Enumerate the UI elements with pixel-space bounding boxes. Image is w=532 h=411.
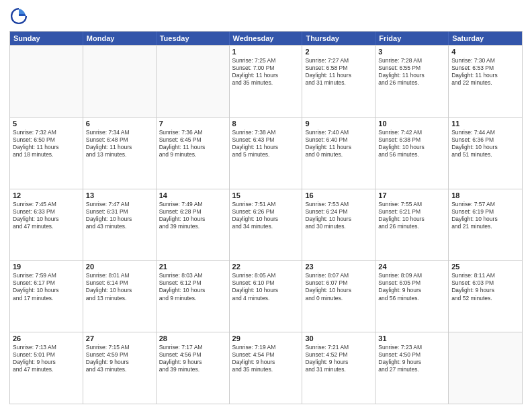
cell-info-line: and 4 minutes. <box>232 295 300 302</box>
cell-info-line: Daylight: 11 hours <box>305 72 372 79</box>
cell-info-line: and 51 minutes. <box>451 151 519 158</box>
day-number: 2 <box>305 48 372 56</box>
calendar-cell: 23Sunrise: 8:07 AMSunset: 6:07 PMDayligh… <box>302 261 375 332</box>
cell-info-line: Sunrise: 7:38 AM <box>232 129 300 136</box>
calendar-cell: 26Sunrise: 7:13 AMSunset: 5:01 PMDayligh… <box>10 332 83 404</box>
cell-info-line: Sunrise: 7:34 AM <box>86 129 153 136</box>
cell-info-line: Sunrise: 7:49 AM <box>159 201 226 208</box>
cell-info-line: Sunrise: 7:57 AM <box>451 201 519 208</box>
calendar-cell <box>83 46 157 117</box>
calendar-cell <box>157 46 230 117</box>
cell-info-line: and 39 minutes. <box>159 366 226 373</box>
calendar-cell: 22Sunrise: 8:05 AMSunset: 6:10 PMDayligh… <box>230 261 303 332</box>
cell-info-line: and 47 minutes. <box>13 366 80 373</box>
cell-info-line: and 9 minutes. <box>159 295 226 302</box>
day-number: 7 <box>159 120 226 128</box>
day-number: 30 <box>305 334 372 342</box>
cell-info-line: and 31 minutes. <box>305 79 372 87</box>
day-number: 25 <box>451 263 519 271</box>
cell-info-line: Daylight: 9 hours <box>13 359 80 366</box>
day-number: 24 <box>378 263 445 271</box>
cell-info-line: Sunset: 4:59 PM <box>86 351 153 359</box>
cell-info-line: Daylight: 10 hours <box>86 287 153 294</box>
calendar-row-4: 19Sunrise: 7:59 AMSunset: 6:17 PMDayligh… <box>10 260 522 332</box>
calendar-cell: 31Sunrise: 7:23 AMSunset: 4:50 PMDayligh… <box>375 332 449 404</box>
calendar-cell: 29Sunrise: 7:19 AMSunset: 4:54 PMDayligh… <box>230 332 303 404</box>
cell-info-line: Daylight: 9 hours <box>86 359 153 366</box>
day-number: 18 <box>451 191 519 199</box>
cell-info-line: Daylight: 10 hours <box>451 216 519 223</box>
cell-info-line: Daylight: 9 hours <box>232 359 300 366</box>
day-header-tuesday: Tuesday <box>157 32 230 45</box>
cell-info-line: and 56 minutes. <box>378 295 445 302</box>
page: SundayMondayTuesdayWednesdayThursdayFrid… <box>0 0 532 411</box>
cell-info-line: Sunrise: 8:03 AM <box>159 272 226 279</box>
day-header-thursday: Thursday <box>302 32 375 45</box>
cell-info-line: and 56 minutes. <box>378 151 445 158</box>
day-number: 31 <box>378 334 445 342</box>
cell-info-line: Daylight: 10 hours <box>13 216 80 223</box>
cell-info-line: and 5 minutes. <box>232 151 300 158</box>
calendar-cell: 21Sunrise: 8:03 AMSunset: 6:12 PMDayligh… <box>157 261 230 332</box>
day-header-saturday: Saturday <box>449 32 522 45</box>
day-number: 19 <box>13 263 80 271</box>
cell-info-line: and 21 minutes. <box>451 223 519 230</box>
cell-info-line: Sunset: 4:54 PM <box>232 351 300 359</box>
cell-info-line: Sunrise: 7:53 AM <box>305 201 372 208</box>
cell-info-line: Daylight: 9 hours <box>305 359 372 366</box>
day-number: 1 <box>232 48 300 56</box>
logo-icon <box>9 7 28 26</box>
cell-info-line: and 26 minutes. <box>378 79 445 87</box>
cell-info-line: Daylight: 10 hours <box>305 216 372 223</box>
day-number: 4 <box>451 48 519 56</box>
cell-info-line: Sunrise: 7:55 AM <box>378 201 445 208</box>
cell-info-line: and 17 minutes. <box>13 295 80 302</box>
cell-info-line: and 13 minutes. <box>86 151 153 158</box>
cell-info-line: Sunset: 6:03 PM <box>451 279 519 287</box>
cell-info-line: Sunrise: 7:13 AM <box>13 344 80 351</box>
calendar-cell: 15Sunrise: 7:51 AMSunset: 6:26 PMDayligh… <box>230 189 303 261</box>
cell-info-line: Sunset: 6:14 PM <box>86 279 153 287</box>
cell-info-line: Sunrise: 7:51 AM <box>232 201 300 208</box>
calendar-cell: 12Sunrise: 7:45 AMSunset: 6:33 PMDayligh… <box>10 189 83 261</box>
cell-info-line: Sunrise: 8:01 AM <box>86 272 153 279</box>
cell-info-line: Daylight: 11 hours <box>451 72 519 79</box>
cell-info-line: Sunset: 6:43 PM <box>232 136 300 144</box>
cell-info-line: Sunrise: 7:36 AM <box>159 129 226 136</box>
cell-info-line: Sunrise: 8:11 AM <box>451 272 519 279</box>
day-number: 21 <box>159 263 226 271</box>
day-number: 16 <box>305 191 372 199</box>
cell-info-line: Daylight: 9 hours <box>451 287 519 294</box>
calendar-cell: 27Sunrise: 7:15 AMSunset: 4:59 PMDayligh… <box>83 332 157 404</box>
calendar-row-3: 12Sunrise: 7:45 AMSunset: 6:33 PMDayligh… <box>10 189 522 261</box>
day-number: 11 <box>451 120 519 128</box>
calendar-header: SundayMondayTuesdayWednesdayThursdayFrid… <box>10 32 522 45</box>
day-number: 6 <box>86 120 153 128</box>
day-header-friday: Friday <box>375 32 449 45</box>
cell-info-line: and 35 minutes. <box>232 366 300 373</box>
cell-info-line: Sunset: 6:19 PM <box>451 208 519 216</box>
calendar-cell: 14Sunrise: 7:49 AMSunset: 6:28 PMDayligh… <box>157 189 230 261</box>
cell-info-line: and 47 minutes. <box>13 223 80 230</box>
cell-info-line: Sunset: 6:26 PM <box>232 208 300 216</box>
day-number: 20 <box>86 263 153 271</box>
day-number: 17 <box>378 191 445 199</box>
cell-info-line: Daylight: 11 hours <box>232 72 300 79</box>
cell-info-line: and 9 minutes. <box>159 151 226 158</box>
cell-info-line: Sunrise: 7:44 AM <box>451 129 519 136</box>
cell-info-line: Sunrise: 8:09 AM <box>378 272 445 279</box>
cell-info-line: and 43 minutes. <box>86 366 153 373</box>
cell-info-line: Sunset: 6:40 PM <box>305 136 372 144</box>
calendar-cell: 16Sunrise: 7:53 AMSunset: 6:24 PMDayligh… <box>302 189 375 261</box>
cell-info-line: Sunrise: 7:28 AM <box>378 57 445 64</box>
calendar-cell: 25Sunrise: 8:11 AMSunset: 6:03 PMDayligh… <box>449 261 522 332</box>
day-number: 22 <box>232 263 300 271</box>
day-number: 9 <box>305 120 372 128</box>
calendar-cell: 1Sunrise: 7:25 AMSunset: 7:00 PMDaylight… <box>230 46 303 117</box>
cell-info-line: Sunset: 6:07 PM <box>305 279 372 287</box>
cell-info-line: Daylight: 10 hours <box>451 144 519 151</box>
day-number: 28 <box>159 334 226 342</box>
calendar-cell: 7Sunrise: 7:36 AMSunset: 6:45 PMDaylight… <box>157 118 230 189</box>
cell-info-line: Sunset: 6:05 PM <box>378 279 445 287</box>
day-number: 14 <box>159 191 226 199</box>
